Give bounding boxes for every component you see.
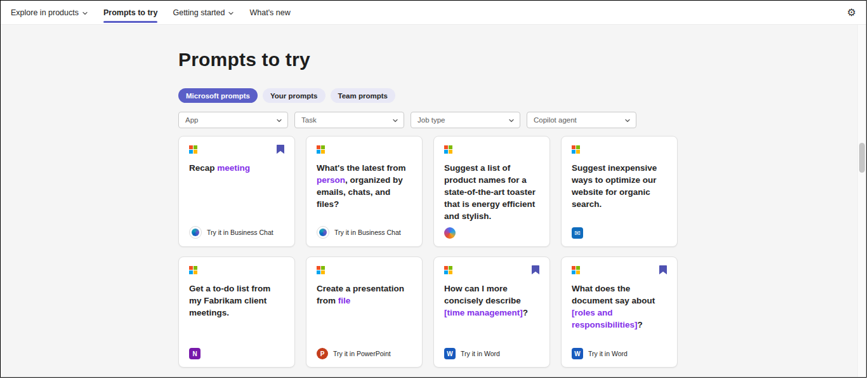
logo-square <box>444 266 448 270</box>
card-text-highlight: [time management] <box>444 308 523 317</box>
tab-label: Your prompts <box>270 92 318 100</box>
logo-square <box>194 150 197 154</box>
microsoft-logo-icon <box>317 266 325 274</box>
prompt-card[interactable]: Suggest a list of product names for a st… <box>433 136 550 247</box>
filter-dropdown-task[interactable]: Task <box>294 112 404 128</box>
card-text-segment: Get a to-do list from my Fabrikam client… <box>189 284 270 317</box>
tab-team-prompts[interactable]: Team prompts <box>331 88 395 103</box>
card-footer-label: Try it in Word <box>588 350 628 357</box>
card-text-segment: Recap <box>189 163 217 173</box>
card-text-segment: Suggest a list of product names for a st… <box>444 163 536 221</box>
card-text-highlight: meeting <box>217 163 250 173</box>
prompt-card[interactable]: How can I more concisely describe [time … <box>433 256 550 368</box>
nav-item-what-s-new[interactable]: What's new <box>249 1 290 25</box>
chevron-down-icon <box>392 117 398 124</box>
tab-your-prompts[interactable]: Your prompts <box>263 88 326 103</box>
nav-item-label: What's new <box>249 8 290 17</box>
microsoft-logo-icon <box>572 266 580 274</box>
card-header <box>444 266 539 276</box>
tab-microsoft-prompts[interactable]: Microsoft prompts <box>178 88 258 103</box>
card-footer: PTry it in PowerPoint <box>317 348 391 359</box>
card-footer: Try it in Business Chat <box>189 226 273 239</box>
card-footer <box>444 227 456 239</box>
logo-square <box>444 270 448 274</box>
page-title: Prompts to try <box>178 48 681 72</box>
logo-square <box>189 145 193 149</box>
scrollbar-thumb[interactable] <box>859 143 865 173</box>
nav-item-label: Getting started <box>173 8 225 17</box>
nav-item-prompts-to-try[interactable]: Prompts to try <box>103 1 157 25</box>
logo-square <box>572 145 575 149</box>
logo-square <box>321 145 325 149</box>
card-text: What's the latest from person, organized… <box>317 162 412 210</box>
card-text: What does the document say about [roles … <box>572 283 667 331</box>
prompt-card[interactable]: Get a to-do list from my Fabrikam client… <box>178 256 295 368</box>
logo-square <box>576 145 580 149</box>
prompt-card[interactable]: What's the latest from person, organized… <box>306 136 423 247</box>
outlook-icon: ✉ <box>572 227 583 239</box>
card-footer-label: Try it in PowerPoint <box>333 350 391 357</box>
logo-square <box>449 150 452 154</box>
prompt-card[interactable]: Recap meetingTry it in Business Chat <box>178 136 295 247</box>
logo-square <box>317 270 320 274</box>
prompt-source-tabs: Microsoft promptsYour promptsTeam prompt… <box>178 88 681 103</box>
card-text-segment: ? <box>523 308 528 317</box>
prompt-card[interactable]: Create a presentation from filePTry it i… <box>306 256 423 368</box>
card-footer-label: Try it in Business Chat <box>334 229 401 236</box>
microsoft-logo-icon <box>317 145 325 154</box>
prompt-cards-grid: Recap meetingTry it in Business ChatWhat… <box>178 136 681 377</box>
card-text: How can I more concisely describe [time … <box>444 283 539 319</box>
card-footer: N <box>189 348 201 359</box>
logo-square <box>321 270 325 274</box>
chevron-down-icon <box>508 117 515 124</box>
logo-square <box>189 150 193 154</box>
microsoft-logo-icon <box>572 145 580 154</box>
chevron-down-icon <box>82 10 88 17</box>
bookmark-icon[interactable] <box>659 265 667 275</box>
microsoft-logo-icon <box>189 145 197 154</box>
logo-square <box>317 145 320 149</box>
card-text-segment: What's the latest from <box>317 163 405 173</box>
scrollbar[interactable] <box>857 25 866 377</box>
card-header <box>189 145 284 155</box>
card-text: Recap meeting <box>189 162 284 174</box>
logo-square <box>576 270 580 274</box>
business-chat-swirl <box>192 229 199 236</box>
dropdown-label: Job type <box>418 116 445 124</box>
dropdown-label: App <box>185 116 198 124</box>
business-chat-icon <box>189 226 202 239</box>
card-text-highlight: person <box>317 175 345 185</box>
card-footer: WTry it in Word <box>572 348 628 359</box>
card-header <box>572 266 667 276</box>
filter-dropdown-copilot-agent[interactable]: Copilot agent <box>527 112 636 128</box>
nav-item-explore-in-products[interactable]: Explore in products <box>11 1 88 25</box>
card-text-segment: How can I more concisely describe <box>444 284 521 305</box>
logo-square <box>194 266 197 270</box>
bookmark-icon[interactable] <box>277 145 284 154</box>
business-chat-swirl <box>319 229 327 236</box>
content-column: Prompts to try Microsoft promptsYour pro… <box>178 25 681 377</box>
card-header <box>317 266 412 276</box>
card-text: Suggest a list of product names for a st… <box>444 162 539 222</box>
logo-square <box>321 150 325 154</box>
filter-dropdown-app[interactable]: App <box>178 112 288 128</box>
logo-square <box>194 270 197 274</box>
settings-gear-icon[interactable]: ⚙ <box>847 8 856 18</box>
logo-square <box>317 150 320 154</box>
logo-square <box>444 150 448 154</box>
card-header <box>572 145 667 155</box>
prompt-card[interactable]: What does the document say about [roles … <box>561 256 678 368</box>
prompt-card[interactable]: Suggest inexpensive ways to optimize our… <box>561 136 678 247</box>
logo-square <box>189 270 193 274</box>
business-chat-icon <box>317 226 329 239</box>
main-content: Prompts to try Microsoft promptsYour pro… <box>1 25 866 377</box>
logo-square <box>449 270 452 274</box>
card-footer-label: Try it in Word <box>461 350 500 357</box>
bookmark-icon[interactable] <box>532 265 539 275</box>
nav-item-getting-started[interactable]: Getting started <box>173 1 234 25</box>
filter-dropdown-job-type[interactable]: Job type <box>411 112 520 128</box>
onenote-icon: N <box>189 348 201 359</box>
logo-square <box>194 145 197 149</box>
logo-square <box>317 266 320 270</box>
microsoft-logo-icon <box>189 266 197 274</box>
